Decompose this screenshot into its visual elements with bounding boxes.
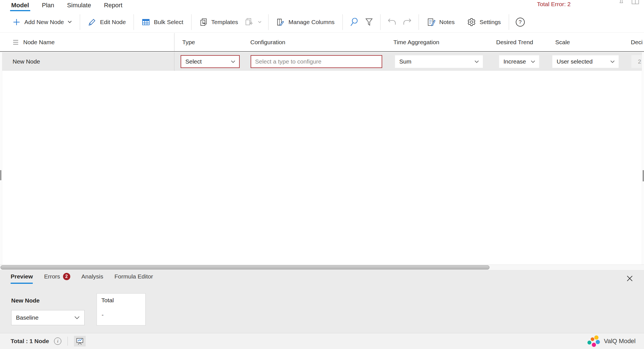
pin-icon[interactable]: [619, 0, 624, 4]
chevron-down-icon: [74, 316, 80, 320]
toolbar-separator: [191, 14, 192, 30]
manage-columns-button[interactable]: Manage Columns: [272, 15, 339, 29]
scale-select[interactable]: User selected: [552, 55, 619, 68]
chevron-down-icon: [231, 60, 235, 63]
plus-icon: [12, 18, 21, 26]
configuration-cell: [246, 52, 389, 71]
column-header-configuration[interactable]: Configuration: [246, 33, 389, 51]
redo-button[interactable]: [400, 15, 415, 29]
chevron-down-icon: [474, 60, 479, 63]
close-panel-button[interactable]: [625, 274, 634, 284]
scale-value: User selected: [557, 58, 592, 65]
toolbar-separator: [419, 14, 419, 30]
brand-label: ValQ Model: [604, 338, 636, 345]
table-row[interactable]: New Node Select Sum Increase User select: [0, 52, 644, 71]
column-header-time-aggregation[interactable]: Time Aggregation: [389, 33, 491, 51]
table-grid-icon: [142, 18, 150, 26]
horizontal-scrollbar-thumb[interactable]: [1, 265, 489, 270]
valq-logo-icon: [587, 335, 600, 347]
tab-model[interactable]: Model: [11, 1, 30, 11]
edit-node-button[interactable]: Edit Node: [84, 15, 130, 29]
tab-formula-editor[interactable]: Formula Editor: [115, 273, 153, 282]
settings-button[interactable]: Settings: [463, 15, 505, 29]
column-label: Type: [182, 39, 195, 46]
notes-button[interactable]: Notes: [423, 15, 459, 29]
tab-plan[interactable]: Plan: [41, 1, 55, 11]
add-new-node-button[interactable]: Add New Node: [8, 15, 76, 29]
tab-analysis-label: Analysis: [81, 273, 103, 280]
type-cell: Select: [174, 52, 246, 71]
preview-node-label: New Node: [11, 297, 40, 304]
toolbar-separator: [80, 14, 80, 30]
templates-button[interactable]: Templates: [195, 15, 242, 29]
tab-simulate-label: Simulate: [67, 2, 91, 9]
chevron-down-icon: [531, 60, 535, 63]
presentation-view-button[interactable]: [74, 336, 86, 346]
column-header-node-name[interactable]: Node Name: [0, 33, 174, 51]
tab-report[interactable]: Report: [103, 1, 123, 11]
main-nav-tabs: Model Plan Simulate Report: [11, 0, 123, 12]
column-label: Deci: [631, 39, 643, 46]
top-tab-strip: Model Plan Simulate Report Total Error: …: [0, 0, 644, 12]
type-select[interactable]: Select: [181, 55, 240, 68]
right-scrollbar-thumb[interactable]: [643, 170, 644, 181]
column-label: Time Aggregation: [393, 39, 439, 46]
decimal-value: 2: [638, 58, 641, 65]
add-new-node-label: Add New Node: [24, 19, 64, 25]
tab-plan-label: Plan: [42, 2, 54, 9]
valq-model-window: Model Plan Simulate Report Total Error: …: [0, 0, 644, 349]
total-nodes-label: Total : 1 Node: [11, 338, 49, 345]
layout-grid-icon[interactable]: [632, 0, 639, 4]
time-aggregation-select[interactable]: Sum: [395, 55, 483, 68]
presentation-chart-icon: [76, 337, 84, 345]
apply-template-button[interactable]: [242, 15, 264, 29]
tab-analysis[interactable]: Analysis: [81, 273, 103, 282]
horizontal-scrollbar[interactable]: [0, 264, 644, 270]
undo-button[interactable]: [384, 15, 400, 29]
tab-preview-label: Preview: [11, 273, 33, 280]
search-button[interactable]: [347, 15, 362, 30]
column-header-type[interactable]: Type: [174, 33, 246, 51]
tab-preview[interactable]: Preview: [11, 273, 33, 282]
column-label: Desired Trend: [496, 39, 533, 46]
chevron-down-icon: [610, 60, 615, 63]
tab-report-label: Report: [104, 2, 122, 9]
help-circle-icon: ?: [516, 18, 525, 27]
tab-errors-label: Errors: [44, 273, 60, 280]
bulk-select-button[interactable]: Bulk Select: [138, 15, 187, 29]
toolbar-separator: [268, 14, 269, 30]
tab-errors[interactable]: Errors 2: [44, 273, 70, 282]
bottom-panel: Preview Errors 2 Analysis Formula Editor…: [0, 270, 644, 333]
info-icon[interactable]: i: [54, 338, 61, 345]
column-pencil-icon: [276, 18, 285, 26]
scale-cell: User selected: [547, 52, 626, 71]
search-icon: [349, 17, 359, 27]
pencil-icon: [88, 18, 96, 26]
left-scroll-track: [0, 52, 2, 264]
notes-label: Notes: [439, 19, 455, 25]
node-name-cell[interactable]: New Node: [0, 52, 174, 71]
toolbar: Add New Node Edit Node Bulk Select Templ…: [0, 12, 644, 33]
column-header-decimal[interactable]: Deci: [626, 33, 644, 51]
tab-formula-editor-label: Formula Editor: [115, 273, 153, 280]
right-scroll-track: [642, 52, 644, 264]
chevron-down-icon: [258, 21, 262, 24]
scenario-select[interactable]: Baseline: [11, 310, 85, 325]
scenario-value: Baseline: [16, 314, 39, 321]
column-header-desired-trend[interactable]: Desired Trend: [491, 33, 547, 51]
status-separator: [67, 337, 68, 346]
bottom-panel-tabs: Preview Errors 2 Analysis Formula Editor: [11, 273, 153, 282]
redo-icon: [402, 18, 412, 26]
column-header-scale[interactable]: Scale: [547, 33, 626, 51]
configuration-input[interactable]: [251, 55, 382, 68]
help-button[interactable]: ?: [513, 15, 528, 29]
column-label: Configuration: [250, 39, 285, 46]
column-label: Scale: [555, 39, 570, 46]
bulk-select-label: Bulk Select: [154, 19, 183, 25]
left-scrollbar-thumb[interactable]: [0, 170, 1, 180]
templates-icon: [199, 18, 208, 26]
desired-trend-select[interactable]: Increase: [499, 55, 539, 68]
tab-simulate[interactable]: Simulate: [67, 1, 92, 11]
filter-button[interactable]: [362, 15, 376, 29]
errors-count-badge: 2: [63, 273, 70, 280]
